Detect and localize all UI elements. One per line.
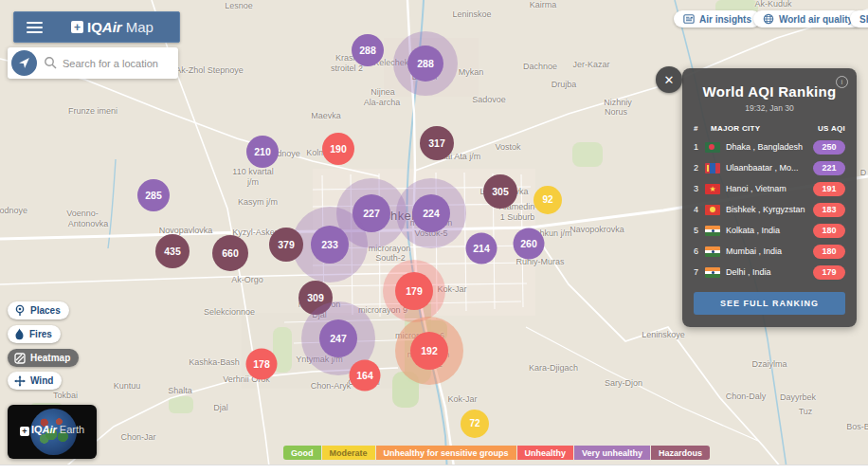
iqair-plus-icon: + bbox=[71, 21, 83, 33]
aqi-marker[interactable]: 178 bbox=[246, 349, 278, 380]
aqi-badge: 179 bbox=[813, 265, 845, 280]
rank-number: 2 bbox=[694, 163, 705, 173]
aqi-badge: 221 bbox=[813, 161, 845, 175]
map-label: Djal bbox=[213, 403, 228, 412]
map-label: Novopavlovka bbox=[159, 226, 213, 235]
aqi-marker[interactable]: 305 bbox=[483, 174, 517, 209]
map-label: Lesnoe bbox=[225, 1, 253, 10]
search-bar bbox=[8, 47, 178, 79]
aqi-marker[interactable]: 285 bbox=[137, 179, 170, 211]
map-label: Navopokrovka bbox=[570, 225, 624, 234]
map-label: Leninskoe bbox=[452, 9, 491, 19]
map-label: Dayyrbek bbox=[780, 392, 816, 402]
map-label: Tokbai bbox=[53, 391, 78, 400]
map-label: Jer-Kazar bbox=[572, 60, 609, 69]
ranking-row[interactable]: 5Kolkata , India180 bbox=[694, 220, 845, 241]
ranking-title: World AQI Ranking bbox=[682, 83, 857, 100]
india-flag-icon bbox=[705, 267, 720, 278]
aqi-marker[interactable]: 224 bbox=[412, 194, 450, 232]
aqi-marker[interactable]: 247 bbox=[319, 319, 357, 357]
ranking-row[interactable]: 4Bishkek , Kyrgyzstan183 bbox=[694, 199, 845, 220]
layer-button-wind[interactable]: Wind bbox=[8, 372, 62, 390]
rank-number: 3 bbox=[694, 184, 705, 193]
aqi-marker[interactable]: 190 bbox=[322, 133, 354, 165]
info-icon[interactable]: i bbox=[836, 76, 848, 88]
aqi-marker[interactable]: 435 bbox=[155, 234, 190, 268]
share-label: Sha bbox=[859, 14, 868, 25]
aqi-marker[interactable]: 164 bbox=[350, 360, 381, 392]
ranking-row[interactable]: 7Delhi , India179 bbox=[694, 262, 845, 283]
fires-label: Fires bbox=[29, 329, 52, 339]
map-label: Maevka bbox=[311, 111, 341, 120]
see-full-ranking-button[interactable]: SEE FULL RANKING bbox=[694, 292, 845, 315]
map-label: Ak-Zhol Stepnoye bbox=[175, 65, 244, 75]
aqi-marker[interactable]: 72 bbox=[461, 410, 489, 438]
map-label: Ak-Orgo bbox=[231, 275, 263, 284]
ranking-rows: 1Dhaka , Bangladesh2502Ulaanbaatar , Mo.… bbox=[682, 137, 857, 283]
share-button[interactable]: Sha bbox=[850, 10, 868, 27]
news-icon bbox=[683, 13, 695, 25]
menu-icon[interactable] bbox=[27, 19, 43, 36]
ranking-row[interactable]: 2Ulaanbaatar , Mo...221 bbox=[694, 157, 845, 178]
map-attribution-strip bbox=[0, 465, 868, 474]
city-name: Bishkek , Kyrgyzstan bbox=[726, 205, 813, 214]
city-name: Dhaka , Bangladesh bbox=[726, 142, 813, 152]
map-label: Nijnea bbox=[371, 87, 395, 97]
map-label: Dzaiylma bbox=[751, 359, 787, 369]
map-label: Voenno- bbox=[66, 209, 99, 218]
heatmap-icon bbox=[14, 353, 26, 364]
aqi-marker[interactable]: 92 bbox=[533, 186, 562, 214]
air-insights-label: Air insights bbox=[699, 14, 751, 25]
aqi-legend: GoodModerateUnhealthy for sensitive grou… bbox=[283, 446, 711, 460]
ranking-timestamp: 19:32, Jan 30 bbox=[682, 103, 857, 113]
map-label: 1 Suburb bbox=[500, 212, 535, 222]
world-air-quality-label: World air quality bbox=[779, 14, 853, 25]
city-name: Ulaanbaatar , Mo... bbox=[726, 163, 813, 173]
aqi-marker[interactable]: 288 bbox=[407, 46, 443, 82]
aqi-marker[interactable]: 233 bbox=[311, 226, 349, 264]
kyrgyzstan-flag-icon bbox=[705, 205, 720, 215]
map-label: vodnoye bbox=[0, 206, 27, 215]
aqi-marker[interactable]: 179 bbox=[395, 272, 433, 310]
aqi-marker[interactable]: 227 bbox=[353, 194, 390, 232]
map-label: Vostok bbox=[495, 142, 520, 152]
rank-number: 4 bbox=[694, 205, 705, 214]
ranking-row[interactable]: 3★Hanoi , Vietnam191 bbox=[694, 178, 845, 199]
search-input[interactable] bbox=[61, 57, 176, 70]
map-label: Kasym j/m bbox=[238, 197, 278, 207]
aqi-marker[interactable]: 309 bbox=[298, 281, 333, 315]
app-header: + IQAir Map bbox=[13, 11, 180, 43]
air-insights-button[interactable]: Air insights bbox=[674, 10, 761, 27]
iqair-logo[interactable]: + IQAir Map bbox=[71, 19, 154, 35]
rank-number: 7 bbox=[694, 267, 705, 277]
aqi-marker[interactable]: 214 bbox=[466, 233, 497, 264]
layer-button-heatmap[interactable]: Heatmap bbox=[8, 349, 79, 367]
legend-item: Good bbox=[283, 446, 321, 460]
map-label: Shalta bbox=[168, 386, 192, 395]
close-ranking-icon[interactable]: ✕ bbox=[656, 66, 682, 93]
iqair-map-app: { "header": {"logo_iq": "IQ", "logo_air"… bbox=[0, 0, 868, 474]
layer-button-places[interactable]: Places bbox=[8, 301, 69, 319]
aqi-marker[interactable]: 210 bbox=[246, 136, 279, 168]
aqi-marker[interactable]: 660 bbox=[212, 235, 248, 271]
iqair-earth-widget[interactable]: +IQAirEarth bbox=[8, 405, 97, 459]
locate-me-button[interactable] bbox=[11, 50, 37, 76]
ranking-row[interactable]: 6Mumbai , India180 bbox=[694, 241, 845, 262]
rank-number: 5 bbox=[694, 226, 705, 235]
aqi-marker[interactable]: 192 bbox=[410, 332, 448, 370]
aqi-marker[interactable]: 260 bbox=[514, 228, 545, 260]
layer-button-fires[interactable]: Fires bbox=[8, 325, 61, 343]
map-label: Tuz bbox=[799, 407, 813, 416]
ranking-row[interactable]: 1Dhaka , Bangladesh250 bbox=[694, 137, 845, 157]
heatmap-label: Heatmap bbox=[30, 353, 70, 363]
city-name: Hanoi , Vietnam bbox=[726, 184, 813, 193]
map-label: South-2 bbox=[375, 253, 406, 263]
logo-text-air: Air bbox=[102, 19, 122, 35]
aqi-marker[interactable]: 317 bbox=[420, 126, 454, 160]
legend-item: Unhealthy bbox=[517, 446, 574, 460]
aqi-marker[interactable]: 379 bbox=[269, 228, 303, 262]
world-air-quality-button[interactable]: World air quality bbox=[753, 10, 862, 27]
city-name: Delhi , India bbox=[726, 267, 813, 277]
aqi-marker[interactable]: 288 bbox=[352, 34, 384, 66]
map-label: Kashka-Bash bbox=[189, 357, 240, 367]
